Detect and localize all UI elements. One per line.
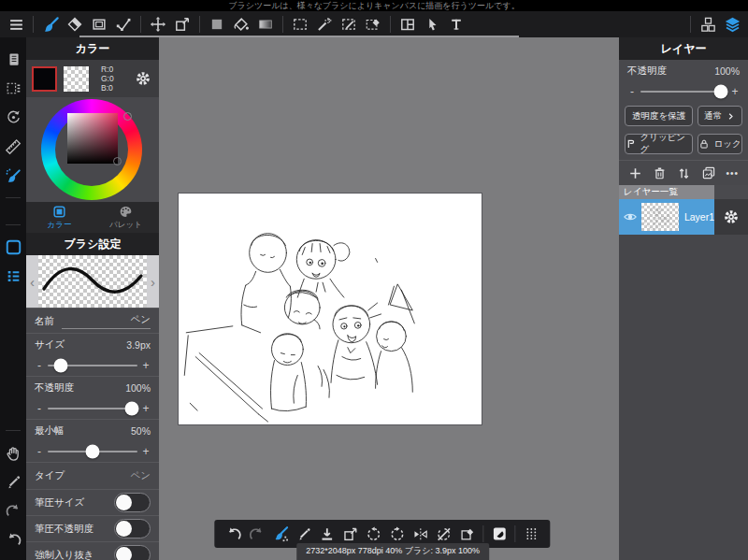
delete-layer-button[interactable] xyxy=(653,166,667,180)
slider-thumb[interactable] xyxy=(713,84,727,98)
add-layer-button[interactable] xyxy=(628,166,642,180)
brush-type-value[interactable]: ペン xyxy=(131,469,151,482)
layer-list-empty-area[interactable] xyxy=(619,235,748,560)
hand-tool-button[interactable] xyxy=(0,438,26,467)
ruler-button[interactable] xyxy=(0,132,26,161)
pressure-opacity-toggle[interactable] xyxy=(114,519,151,538)
lock-label: ロック xyxy=(713,138,741,151)
transparent-color-swatch[interactable] xyxy=(64,66,89,92)
brush-opacity-label: 不透明度 xyxy=(35,381,74,395)
materials-button[interactable] xyxy=(696,13,720,36)
slider-thumb[interactable] xyxy=(125,401,139,415)
text-tool-button[interactable] xyxy=(444,13,468,36)
sv-marker[interactable] xyxy=(113,157,122,165)
clipping-button[interactable]: クリッピング xyxy=(625,134,693,154)
hue-ring[interactable] xyxy=(41,99,142,200)
drawing-canvas[interactable] xyxy=(178,193,482,425)
material-list-button[interactable] xyxy=(0,262,26,291)
select-rectangle-icon xyxy=(295,20,306,29)
next-brush-button[interactable]: › xyxy=(147,255,159,308)
polyline-tool-button[interactable] xyxy=(111,13,136,36)
opacity-plus-button[interactable]: + xyxy=(141,404,151,413)
brush-name-value[interactable]: ペン xyxy=(131,313,151,326)
reorder-layer-button[interactable] xyxy=(677,166,691,180)
undo-button[interactable] xyxy=(222,522,245,546)
palette-icon xyxy=(121,207,132,217)
layer-visibility-button[interactable] xyxy=(619,199,641,235)
color-swatch-icon xyxy=(7,241,20,254)
previous-brush-button[interactable]: ‹ xyxy=(26,255,38,308)
min-width-row: 最小幅 50% - + xyxy=(26,419,159,462)
select-eraser-tool-button[interactable] xyxy=(361,13,385,36)
undo-button[interactable] xyxy=(0,525,26,554)
pressure-size-label: 筆圧サイズ xyxy=(35,496,84,510)
airbrush-icon xyxy=(7,168,20,181)
chevron-right-icon xyxy=(729,113,732,119)
color-settings-button[interactable] xyxy=(135,70,151,87)
menu-button[interactable] xyxy=(4,13,28,36)
min-width-plus-button[interactable]: + xyxy=(141,447,151,456)
select-pen-tool-button[interactable] xyxy=(337,13,361,36)
redo-button[interactable] xyxy=(245,522,268,546)
layer-list-header-side xyxy=(714,185,748,199)
min-width-label: 最小幅 xyxy=(35,424,65,438)
tab-palette[interactable]: パレット xyxy=(93,202,159,233)
move-tool-button[interactable] xyxy=(146,13,170,36)
layers-panel-button[interactable] xyxy=(720,13,744,36)
select-rect-tool-button[interactable] xyxy=(288,13,312,36)
blend-mode-button[interactable]: 通常 xyxy=(698,106,742,126)
gradient-tool-button[interactable] xyxy=(253,13,278,36)
pressure-size-toggle[interactable] xyxy=(114,493,151,512)
foreground-color-swatch[interactable] xyxy=(32,66,57,92)
invert-display-button[interactable] xyxy=(487,522,511,546)
reset-rotation-button[interactable] xyxy=(0,103,26,132)
lock-button[interactable]: ロック xyxy=(698,134,742,154)
bucket-tool-button[interactable] xyxy=(229,13,253,36)
panel-divide-tool-button[interactable] xyxy=(396,13,420,36)
rotate-cw-icon xyxy=(392,526,402,539)
brush-select-button[interactable] xyxy=(268,522,292,546)
pen-mode-button[interactable] xyxy=(0,467,26,496)
tab-color[interactable]: カラー xyxy=(26,202,93,233)
color-wheel-area xyxy=(26,97,159,202)
select-menu-button[interactable] xyxy=(0,74,26,103)
plus-icon xyxy=(630,168,640,179)
brush-tool-button[interactable] xyxy=(38,13,63,36)
forced-taper-toggle[interactable] xyxy=(114,545,151,560)
min-width-slider[interactable] xyxy=(48,451,137,452)
magic-wand-tool-button[interactable] xyxy=(312,13,337,36)
canvas-status-bar: 2732*2048px 778dpi 40% ブラシ: 3.9px 100% xyxy=(296,543,489,560)
size-plus-button[interactable]: + xyxy=(141,361,151,370)
protect-alpha-button[interactable]: 透明度を保護 xyxy=(625,106,693,126)
slider-thumb[interactable] xyxy=(54,358,68,372)
brush-size-slider[interactable] xyxy=(48,365,137,366)
shape-tool-button[interactable] xyxy=(87,13,111,36)
layer-row[interactable]: Layer1 xyxy=(619,199,748,235)
color-panel-button[interactable] xyxy=(0,233,26,262)
layer-settings-button[interactable] xyxy=(714,199,748,235)
duplicate-layer-button[interactable] xyxy=(701,165,716,180)
brush-opacity-slider[interactable] xyxy=(48,408,137,409)
transform-tool-button[interactable] xyxy=(170,13,194,36)
layer-opacity-plus-button[interactable]: + xyxy=(730,87,740,96)
size-minus-button[interactable]: - xyxy=(35,361,44,370)
hue-marker[interactable] xyxy=(123,112,132,121)
redo-button[interactable] xyxy=(0,496,26,525)
slider-thumb[interactable] xyxy=(86,444,100,458)
text-tool-icon xyxy=(452,20,461,30)
rgb-readout: R:0 G:0 B:0 xyxy=(95,65,128,93)
opacity-minus-button[interactable]: - xyxy=(35,404,44,413)
operation-tool-button[interactable] xyxy=(420,13,444,36)
pages-button[interactable] xyxy=(0,45,26,74)
toolbar-drag-handle[interactable] xyxy=(519,522,542,546)
min-width-minus-button[interactable]: - xyxy=(35,447,44,456)
layer-more-button[interactable]: ••• xyxy=(726,168,739,179)
brush-shortcut-button[interactable] xyxy=(0,161,26,190)
gradient-icon xyxy=(260,21,272,28)
saturation-value-box[interactable] xyxy=(67,113,118,164)
canvas-area[interactable]: 2732*2048px 778dpi 40% ブラシ: 3.9px 100% xyxy=(159,37,619,560)
fill-rect-tool-button[interactable] xyxy=(205,13,229,36)
layer-opacity-slider[interactable] xyxy=(640,91,726,93)
layer-opacity-minus-button[interactable]: - xyxy=(627,87,637,96)
eraser-tool-button[interactable] xyxy=(63,13,87,36)
